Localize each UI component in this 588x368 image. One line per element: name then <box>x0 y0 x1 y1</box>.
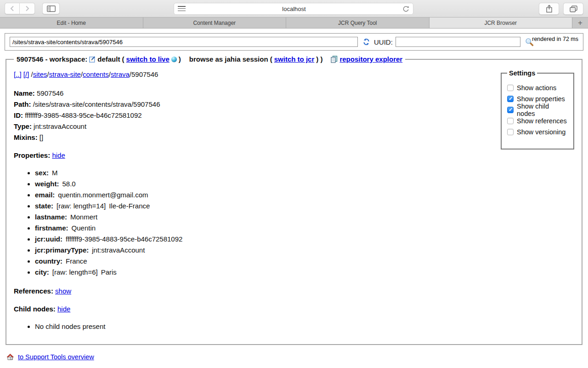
child-nodes-empty-item: No child nodes present <box>35 321 575 332</box>
child-nodes-heading: Child nodes: hide <box>14 304 575 315</box>
property-item-email: email:quentin.monmert@gmail.com <box>35 190 575 201</box>
setting-show-actions: Show actions <box>507 82 569 93</box>
breadcrumb-current: 5907546 <box>131 70 158 78</box>
settings-panel: Settings Show actions Show properties Sh… <box>501 69 574 150</box>
references-heading: References: show <box>14 286 575 297</box>
session-text: browse as jahia session ( <box>189 55 272 63</box>
tab-edit-home[interactable]: Edit - Home <box>0 17 143 28</box>
query-toolbar: UUID: rendered in 72 ms <box>5 33 583 51</box>
property-item-city: city:[raw: length=6]Paris <box>35 267 575 278</box>
reload-icon[interactable] <box>402 6 409 12</box>
properties-hide-link[interactable]: hide <box>52 151 65 159</box>
breadcrumb-up-link[interactable]: [..] <box>14 70 22 78</box>
properties-list: sex:M weight:58.0 email:quentin.monmert@… <box>13 167 575 278</box>
breadcrumb-root-link[interactable]: [/] <box>23 70 29 78</box>
sidebar-toggle-button[interactable] <box>42 3 60 14</box>
show-versioning-checkbox[interactable] <box>507 129 514 135</box>
child-nodes-hide-link[interactable]: hide <box>57 305 70 313</box>
property-item-jcr-primarytype: jcr:primaryType:jnt:stravaAccount <box>35 245 575 256</box>
reader-icon[interactable] <box>178 6 186 12</box>
tab-content-manager[interactable]: Content Manager <box>143 17 287 28</box>
node-type-row: Type: jnt:stravaAccount <box>14 121 575 132</box>
url-text[interactable]: localhost <box>186 6 402 12</box>
tab-bar: Edit - Home Content Manager JCR Query To… <box>0 17 588 29</box>
render-time-text: rendered in 72 ms <box>532 36 578 42</box>
references-show-link[interactable]: show <box>55 287 71 295</box>
property-item-country: country:France <box>35 256 575 267</box>
tab-jcr-browser[interactable]: JCR Browser <box>430 17 573 28</box>
chevron-left-icon <box>10 6 14 12</box>
property-item-sex: sex:M <box>35 167 575 178</box>
new-tab-button[interactable]: + <box>572 17 588 28</box>
settings-title: Settings <box>507 69 537 77</box>
chevron-right-icon <box>25 6 29 12</box>
share-icon <box>546 5 553 13</box>
node-name-row: Name: 5907546 <box>14 88 575 99</box>
share-button[interactable] <box>539 3 559 15</box>
show-tabs-button[interactable] <box>563 3 583 15</box>
sidebar-icon <box>47 6 56 12</box>
properties-heading: Properties: hide <box>14 150 575 161</box>
node-path-row: Path: /sites/strava-site/contents/strava… <box>14 99 575 110</box>
workspace-default-text: default ( <box>97 55 124 63</box>
breadcrumb-link-sites[interactable]: sites <box>33 70 47 78</box>
property-item-lastname: lastname:Monmert <box>35 212 575 223</box>
property-item-state: state:[raw: length=14]Ile-de-France <box>35 201 575 212</box>
child-nodes-list: No child nodes present <box>13 321 575 332</box>
node-info: Name: 5907546 Path: /sites/strava-site/c… <box>14 88 575 143</box>
footer: to Support Tools overview <box>6 353 583 361</box>
tabs-icon <box>570 6 577 12</box>
show-child-nodes-checkbox[interactable] <box>507 107 514 113</box>
setting-show-child-nodes: Show child nodes <box>507 104 569 115</box>
show-references-checkbox[interactable] <box>507 118 514 124</box>
tab-jcr-query-tool[interactable]: JCR Query Tool <box>286 17 430 28</box>
repository-explorer-link[interactable]: repository explorer <box>339 55 402 63</box>
node-title: 5907546 - workspace: <box>17 55 87 63</box>
node-mixins-row: Mixins: [] <box>14 132 575 143</box>
property-item-jcr-uuid: jcr:uuid:fffffff9-3985-4883-95ce-b46c725… <box>35 234 575 245</box>
show-actions-checkbox[interactable] <box>507 85 514 91</box>
node-fieldset: 5907546 - workspace: default (switch to … <box>6 55 582 345</box>
switch-to-live-link[interactable]: switch to live <box>126 55 170 63</box>
breadcrumb: [..] [/] /sites/strava-site/contents/str… <box>14 69 575 80</box>
sync-icon[interactable] <box>362 38 370 46</box>
session-suffix: ) ) <box>316 55 322 63</box>
uuid-input[interactable] <box>396 37 520 47</box>
jcr-browser-page: UUID: rendered in 72 ms 5907546 - worksp… <box>0 29 588 365</box>
workspace-paren-close: ) <box>179 55 181 63</box>
globe-icon <box>171 57 177 62</box>
property-item-weight: weight:58.0 <box>35 178 575 190</box>
node-id-row: ID: fffffff9-3985-4883-95ce-b46c72581092 <box>14 110 575 121</box>
uuid-label: UUID: <box>374 38 393 46</box>
property-item-firstname: firstname:Quentin <box>35 223 575 234</box>
home-icon <box>6 353 14 361</box>
workspace-legend: 5907546 - workspace: default (switch to … <box>14 55 405 63</box>
forward-button[interactable] <box>20 3 35 14</box>
show-properties-checkbox[interactable] <box>507 96 514 102</box>
setting-show-references: Show references <box>507 115 569 126</box>
breadcrumb-link-contents[interactable]: contents <box>83 70 109 78</box>
breadcrumb-link-strava[interactable]: strava <box>111 70 130 78</box>
browser-chrome: localhost <box>0 0 588 17</box>
path-input[interactable] <box>10 37 358 47</box>
switch-to-jcr-link[interactable]: switch to jcr <box>274 55 315 63</box>
address-bar[interactable]: localhost <box>174 3 413 15</box>
copy-icon <box>331 56 338 63</box>
back-button[interactable] <box>5 3 20 14</box>
breadcrumb-link-strava-site[interactable]: strava-site <box>49 70 81 78</box>
setting-show-versioning: Show versioning <box>507 126 569 138</box>
support-tools-overview-link[interactable]: to Support Tools overview <box>18 353 94 361</box>
edit-icon <box>89 56 96 63</box>
